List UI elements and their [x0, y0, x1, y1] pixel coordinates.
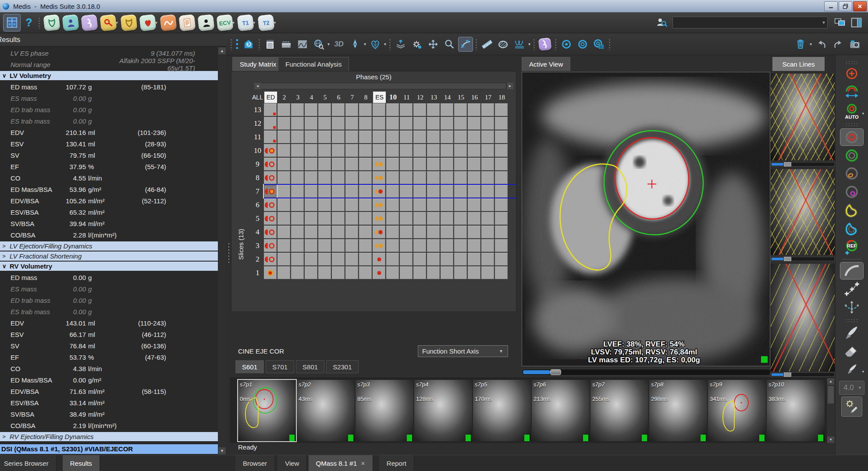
matrix-cell-s9-c14[interactable]	[441, 158, 453, 170]
matrix-cell-s13-c8[interactable]	[359, 103, 372, 116]
matrix-cell-s8-c18[interactable]	[495, 171, 508, 184]
la-contour-icon[interactable]	[840, 184, 863, 201]
matrix-cell-s3-c18[interactable]	[495, 239, 508, 252]
matrix-cell-s7-c11[interactable]	[400, 185, 413, 198]
matrix-cell-s9-c16[interactable]	[468, 158, 480, 170]
phase-column-13[interactable]: 13	[427, 92, 440, 103]
tab-qmass-8-1-1[interactable]: QMass 8.1 #1✕	[309, 455, 373, 471]
matrix-cell-s3-c3[interactable]	[291, 239, 304, 252]
app-strain-icon[interactable]	[81, 14, 98, 32]
dropdown-caret-icon[interactable]: ▾	[862, 111, 864, 116]
matrix-cell-s12-cED[interactable]	[264, 117, 277, 130]
matrix-cell-s9-c18[interactable]	[495, 158, 508, 170]
slider-knob[interactable]	[550, 369, 561, 375]
matrix-cell-s9-c11[interactable]	[400, 158, 413, 170]
matrix-cell-s11-c3[interactable]	[291, 131, 304, 143]
layout-dropdown[interactable]: Function Short Axis ▼	[418, 345, 508, 357]
app-patient-icon[interactable]	[197, 14, 215, 32]
series-tab-s2301[interactable]: S2301	[326, 360, 358, 373]
matrix-cell-s12-c11[interactable]	[400, 117, 413, 130]
matrix-cell-s11-c5[interactable]	[318, 131, 331, 143]
app-angio-icon[interactable]	[100, 14, 117, 32]
scroll-down-icon[interactable]: ▼	[827, 436, 834, 443]
matrix-cell-s2-c7[interactable]	[345, 253, 358, 266]
matrix-cell-s5-c11[interactable]	[400, 212, 413, 225]
matrix-cell-s4-c12[interactable]	[413, 226, 426, 238]
matrix-cell-s2-c14[interactable]	[441, 253, 453, 266]
matrix-cell-s1-c13[interactable]	[427, 266, 440, 279]
matrix-cell-s1-c6[interactable]	[332, 266, 345, 279]
matrix-cell-s1-c17[interactable]	[481, 266, 494, 279]
matrix-cell-s7-c15[interactable]	[454, 185, 467, 198]
matrix-cell-s11-c14[interactable]	[441, 131, 453, 143]
matrix-cell-s13-c7[interactable]	[345, 103, 358, 116]
matrix-cell-s4-c15[interactable]	[454, 226, 467, 238]
matrix-cell-s5-c12[interactable]	[413, 212, 426, 225]
app-curve-icon[interactable]	[160, 14, 177, 32]
eraser-tool-icon[interactable]	[840, 343, 863, 360]
scanline-slider-2[interactable]	[771, 257, 835, 261]
screen-layout-icon[interactable]	[831, 14, 848, 31]
matrix-cell-s1-c3[interactable]	[291, 266, 304, 279]
matrix-cell-s9-c8[interactable]	[359, 158, 372, 170]
tab-browser[interactable]: Browser	[235, 455, 275, 471]
matrix-cell-s13-c16[interactable]	[468, 103, 480, 116]
matrix-cell-s8-cED[interactable]	[264, 171, 277, 184]
matrix-cell-s11-c10[interactable]	[386, 131, 399, 143]
search-input[interactable]	[673, 19, 820, 26]
curves-tool-icon[interactable]	[512, 37, 526, 51]
matrix-cell-s5-c5[interactable]	[318, 212, 331, 225]
matrix-cell-s1-cED[interactable]	[264, 266, 277, 279]
slice-label-6[interactable]: 6	[252, 198, 263, 212]
matrix-cell-s2-c10[interactable]	[386, 253, 399, 266]
contour-edit-tool-icon[interactable]	[459, 37, 473, 51]
matrix-cell-s13-c18[interactable]	[495, 103, 508, 116]
matrix-cell-s8-c14[interactable]	[441, 171, 453, 184]
filmstrip-thumb-s7p1[interactable]: s7p10ms	[238, 380, 296, 441]
matrix-cell-s4-c11[interactable]	[400, 226, 413, 238]
matrix-cell-s9-c13[interactable]	[427, 158, 440, 170]
matrix-cell-s8-c16[interactable]	[468, 171, 480, 184]
matrix-cell-s7-cES[interactable]	[373, 185, 385, 198]
matrix-cell-s8-c8[interactable]	[359, 171, 372, 184]
matrix-cell-s12-c13[interactable]	[427, 117, 440, 130]
phase-column-all[interactable]: ALL	[252, 92, 263, 103]
scanline-thumb-3[interactable]	[771, 264, 835, 372]
dropdown-caret-icon[interactable]: ▾	[528, 42, 530, 46]
phase-column-6[interactable]: 6	[332, 92, 345, 103]
matrix-cell-s11-c11[interactable]	[400, 131, 413, 143]
toolbar-menu-icon[interactable]: •••	[235, 38, 239, 50]
matrix-cell-s6-c6[interactable]	[332, 198, 345, 211]
matrix-cell-s12-c16[interactable]	[468, 117, 480, 130]
matrix-cell-s10-c6[interactable]	[332, 144, 345, 157]
matrix-cell-s12-c8[interactable]	[359, 117, 372, 130]
matrix-cell-s1-c14[interactable]	[441, 266, 453, 279]
matrix-cell-s5-c4[interactable]	[305, 212, 317, 225]
matrix-cell-s4-c8[interactable]	[359, 226, 372, 238]
matrix-cell-s6-c14[interactable]	[441, 198, 453, 211]
matrix-cell-s3-c5[interactable]	[318, 239, 331, 252]
matrix-cell-s5-c15[interactable]	[454, 212, 467, 225]
dropdown-caret-icon[interactable]: ▾	[810, 42, 812, 46]
matrix-cell-s12-cES[interactable]	[373, 117, 385, 130]
matrix-cell-s9-c7[interactable]	[345, 158, 358, 170]
reference-contour-icon[interactable]: REF	[840, 239, 863, 256]
matrix-cell-s13-cES[interactable]	[373, 103, 385, 116]
slice-label-3[interactable]: 3	[252, 239, 263, 252]
filmstrip-thumb-s7p2[interactable]: s7p243ms	[297, 380, 355, 441]
matrix-cell-s4-c5[interactable]	[318, 226, 331, 238]
matrix-cell-s10-c12[interactable]	[413, 144, 426, 157]
phase-column-3[interactable]: 3	[292, 92, 304, 103]
matrix-cell-s10-c18[interactable]	[495, 144, 508, 157]
slice-label-12[interactable]: 12	[252, 117, 263, 130]
tab-active-view[interactable]: Active View	[522, 57, 570, 71]
snapshot-icon[interactable]	[848, 37, 862, 51]
matrix-cell-s8-c4[interactable]	[305, 171, 317, 184]
matrix-cell-s7-c8[interactable]	[359, 185, 372, 198]
matrix-cell-s1-c10[interactable]	[386, 266, 399, 279]
slice-label-5[interactable]: 5	[252, 212, 263, 225]
matrix-cell-s2-c11[interactable]	[400, 253, 413, 266]
phase-column-11[interactable]: 11	[400, 92, 413, 103]
window-level-icon[interactable]	[841, 397, 862, 417]
matrix-cell-s3-cED[interactable]	[264, 239, 277, 252]
